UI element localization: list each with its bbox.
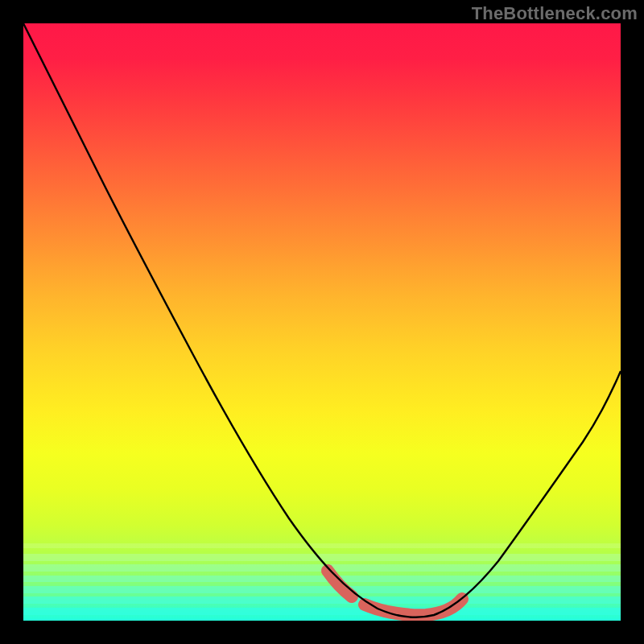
chart-svg [23,23,621,621]
chart-plot-area [23,23,621,621]
tolerance-segment-main [365,599,462,615]
bottleneck-curve [23,23,621,617]
chart-stage: TheBottleneck.com [0,0,644,644]
tolerance-segment-left [328,571,352,597]
watermark-text: TheBottleneck.com [472,3,638,24]
